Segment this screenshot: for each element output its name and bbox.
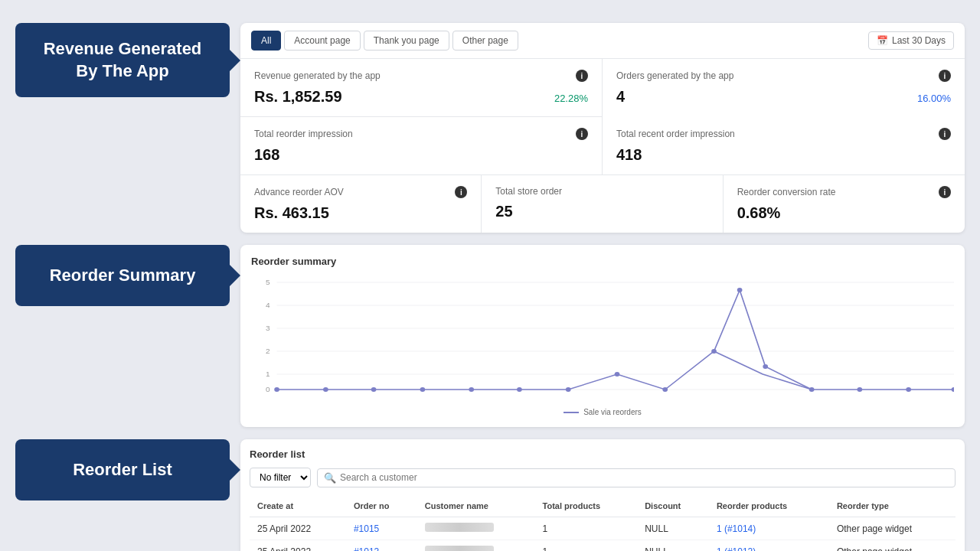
col-date: Create at xyxy=(250,495,346,517)
svg-point-27 xyxy=(952,387,954,392)
cell-order[interactable]: #1013 xyxy=(346,540,417,552)
cell-date: 25 April 2022 xyxy=(250,517,346,540)
page-wrapper: Revenue Generated By The App All Account… xyxy=(15,15,965,551)
chart-title: Reorder summary xyxy=(251,256,954,267)
metric-header-conv: Reorder conversion rate i xyxy=(737,186,951,198)
cell-reorder-type: Other page widget xyxy=(829,540,956,552)
svg-point-18 xyxy=(566,387,571,392)
col-reorder-type: Reorder type xyxy=(829,495,956,517)
svg-text:4 May: 4 May xyxy=(899,395,918,397)
tabs-bar: All Account page Thank you page Other pa… xyxy=(240,23,965,59)
metric-store-order: Total store order 25 xyxy=(482,175,723,233)
info-icon-revenue[interactable]: i xyxy=(576,70,588,82)
cell-reorder-products[interactable]: 1 (#1012) xyxy=(709,540,829,552)
metric-aov: Advance reorder AOV i Rs. 463.15 xyxy=(240,175,482,233)
metric-header-reorder-imp: Total reorder impression i xyxy=(254,128,588,140)
filter-select[interactable]: No filter xyxy=(250,468,311,487)
metric-value-row-reorder-imp: 168 xyxy=(254,146,588,164)
metric-conversion-rate: Reorder conversion rate i 0.68% xyxy=(724,175,965,233)
col-order: Order no xyxy=(346,495,417,517)
svg-text:0: 0 xyxy=(266,386,270,393)
info-icon-orders[interactable]: i xyxy=(939,70,951,82)
search-box: 🔍 xyxy=(317,468,956,487)
svg-text:2: 2 xyxy=(266,347,270,355)
metric-header-store: Total store order xyxy=(495,186,708,197)
chart-svg: 5 4 3 2 1 0 xyxy=(251,275,954,397)
svg-text:5: 5 xyxy=(266,279,270,286)
svg-text:28 Apr: 28 Apr xyxy=(753,395,773,397)
cell-customer xyxy=(417,517,535,540)
list-title: Reorder list xyxy=(250,448,956,460)
cell-total-products: 1 xyxy=(535,517,638,540)
date-filter[interactable]: 📅 Last 30 Days xyxy=(868,31,954,50)
cell-total-products: 1 xyxy=(535,540,638,552)
svg-point-15 xyxy=(420,387,426,392)
metric-value-row: Rs. 1,852.59 22.28% xyxy=(254,88,588,106)
svg-point-17 xyxy=(517,387,522,392)
col-total-products: Total products xyxy=(535,495,638,517)
legend-line xyxy=(564,412,579,413)
svg-point-21 xyxy=(711,349,717,354)
metric-recent-order-impression: Total recent order impression i 418 xyxy=(603,117,965,174)
table-header-row: Create at Order no Customer name Total p… xyxy=(250,495,956,517)
cell-date: 25 April 2022 xyxy=(250,540,346,552)
calendar-icon: 📅 xyxy=(877,35,888,46)
list-header: No filter 🔍 xyxy=(250,468,956,487)
metric-revenue-by-app: Revenue generated by the app i Rs. 1,852… xyxy=(240,59,603,117)
metric-value-row-recent-imp: 418 xyxy=(616,146,951,164)
list-card: Reorder list No filter 🔍 Create at Order… xyxy=(240,439,965,551)
info-icon-reorder-imp[interactable]: i xyxy=(576,128,588,140)
svg-text:20 Apr: 20 Apr xyxy=(558,395,578,397)
svg-text:8 Apr: 8 Apr xyxy=(269,395,285,397)
svg-text:18 Apr: 18 Apr xyxy=(509,395,529,397)
metric-header-recent-imp: Total recent order impression i xyxy=(616,128,951,140)
cell-reorder-products[interactable]: 1 (#1014) xyxy=(709,517,829,540)
svg-text:30 Apr: 30 Apr xyxy=(802,395,822,397)
cell-discount: NULL xyxy=(637,540,709,552)
reorder-list-section: Reorder List Reorder list No filter 🔍 Cr… xyxy=(15,439,965,551)
tab-thankyou[interactable]: Thank you page xyxy=(364,31,449,51)
reorder-summary-section: Reorder Summary Reorder summary 5 4 3 2 xyxy=(15,245,965,427)
table-row: 25 April 2022 #1013 1 NULL 1 (#1012) Oth… xyxy=(250,540,956,552)
reorder-tbody: 25 April 2022 #1015 1 NULL 1 (#1014) Oth… xyxy=(250,517,956,552)
cell-customer xyxy=(417,540,535,552)
svg-point-13 xyxy=(323,387,328,392)
svg-text:3: 3 xyxy=(266,324,270,332)
cell-reorder-type: Other page widget xyxy=(829,517,956,540)
col-reorder-products: Reorder products xyxy=(709,495,829,517)
svg-text:2 May: 2 May xyxy=(851,395,870,397)
tab-account[interactable]: Account page xyxy=(284,31,360,51)
metric-header-orders: Orders generated by the app i xyxy=(616,70,951,82)
svg-point-26 xyxy=(906,387,911,392)
svg-text:1: 1 xyxy=(266,370,270,378)
metric-reorder-impression: Total reorder impression i 168 xyxy=(240,117,603,174)
info-icon-aov[interactable]: i xyxy=(455,186,467,198)
svg-text:12 Apr: 12 Apr xyxy=(364,395,384,397)
tab-all[interactable]: All xyxy=(251,31,281,51)
svg-text:16 Apr: 16 Apr xyxy=(462,395,482,397)
cell-discount: NULL xyxy=(637,517,709,540)
reorder-table: Create at Order no Customer name Total p… xyxy=(250,495,956,551)
metric-header-aov: Advance reorder AOV i xyxy=(254,186,467,198)
svg-text:14 Apr: 14 Apr xyxy=(413,395,433,397)
svg-point-24 xyxy=(809,387,815,392)
revenue-label: Revenue Generated By The App xyxy=(15,23,230,97)
metric-orders-by-app: Orders generated by the app i 4 16.00% xyxy=(603,59,965,117)
svg-text:22 Apr: 22 Apr xyxy=(607,395,627,397)
tab-other[interactable]: Other page xyxy=(452,31,518,51)
metrics-bottom: Advance reorder AOV i Rs. 463.15 Total s… xyxy=(240,174,965,233)
metric-value-row-orders: 4 16.00% xyxy=(616,88,951,106)
search-input[interactable] xyxy=(340,472,949,483)
svg-point-12 xyxy=(274,387,279,392)
metrics-top: Revenue generated by the app i Rs. 1,852… xyxy=(240,59,965,174)
chart-area: 5 4 3 2 1 0 xyxy=(251,275,954,405)
svg-point-20 xyxy=(662,387,668,392)
chart-legend: Sale via reorders xyxy=(251,408,954,416)
legend-label: Sale via reorders xyxy=(583,408,642,416)
cell-order[interactable]: #1015 xyxy=(346,517,417,540)
info-icon-conv[interactable]: i xyxy=(939,186,951,198)
svg-point-25 xyxy=(857,387,862,392)
svg-text:26 Apr: 26 Apr xyxy=(704,395,724,397)
svg-text:4: 4 xyxy=(266,302,270,309)
info-icon-recent-imp[interactable]: i xyxy=(939,128,951,140)
